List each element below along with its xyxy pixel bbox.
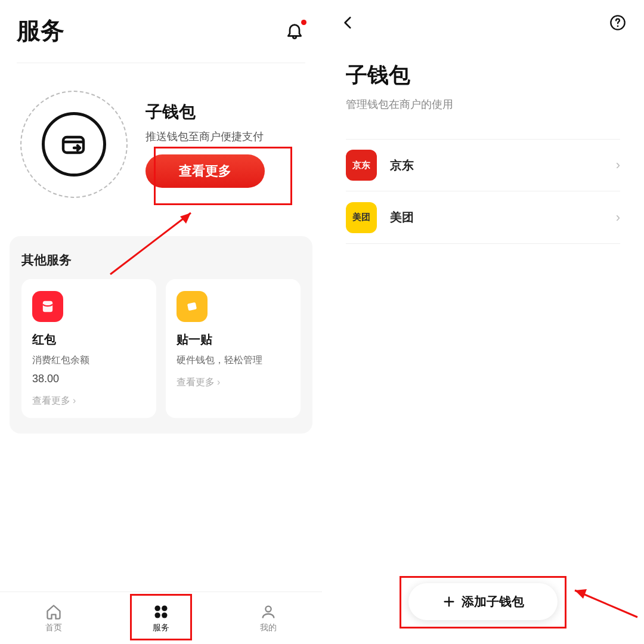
help-button[interactable] bbox=[608, 13, 627, 32]
svg-point-8 bbox=[162, 612, 167, 618]
tab-profile[interactable]: 我的 bbox=[215, 592, 322, 644]
view-more-button[interactable]: 查看更多 bbox=[145, 154, 265, 188]
svg-point-6 bbox=[162, 605, 167, 611]
help-circle-icon bbox=[609, 14, 626, 31]
wallet-arrow-icon bbox=[60, 130, 88, 159]
other-services-title: 其他服务 bbox=[21, 252, 301, 268]
merchant-list: 京东 京东 › 美团 美团 › bbox=[322, 139, 644, 244]
home-icon bbox=[45, 603, 62, 620]
service-card-hongbao[interactable]: 红包 消费红包余额 38.00 查看更多 bbox=[21, 279, 156, 418]
service-card-tieyitie[interactable]: 贴一贴 硬件钱包，轻松管理 查看更多 bbox=[166, 279, 301, 418]
svg-rect-0 bbox=[63, 137, 83, 153]
chevron-right-icon: › bbox=[616, 210, 620, 225]
subwallet-info: 子钱包 推送钱包至商户便捷支付 查看更多 bbox=[145, 101, 305, 188]
tab-label: 服务 bbox=[153, 623, 169, 633]
subwallet-section: 子钱包 推送钱包至商户便捷支付 查看更多 bbox=[0, 63, 322, 212]
grid-icon bbox=[153, 603, 169, 620]
meituan-logo-icon: 美团 bbox=[346, 202, 377, 233]
person-icon bbox=[260, 603, 277, 620]
tab-bar: 首页 服务 我的 bbox=[0, 592, 322, 644]
nfc-card-icon bbox=[177, 291, 208, 322]
merchant-row-meituan[interactable]: 美团 美团 › bbox=[346, 191, 620, 244]
tab-label: 首页 bbox=[45, 623, 62, 633]
svg-point-7 bbox=[155, 612, 160, 618]
svg-marker-2 bbox=[180, 213, 191, 224]
merchant-name: 美团 bbox=[390, 209, 603, 225]
svg-point-11 bbox=[617, 25, 619, 27]
wallet-circle-icon bbox=[42, 112, 106, 177]
screen-subwallet: 子钱包 管理钱包在商户的使用 京东 京东 › 美团 美团 › 添加子钱包 bbox=[322, 0, 644, 644]
service-name: 贴一贴 bbox=[177, 332, 290, 348]
svg-rect-4 bbox=[187, 302, 197, 311]
svg-marker-13 bbox=[575, 589, 587, 599]
subwallet-subtitle: 推送钱包至商户便捷支付 bbox=[145, 129, 305, 144]
svg-point-5 bbox=[155, 605, 160, 611]
service-amount: 38.00 bbox=[32, 373, 145, 385]
tab-label: 我的 bbox=[260, 623, 277, 633]
red-packet-icon bbox=[32, 291, 63, 322]
notification-dot-icon bbox=[301, 20, 306, 25]
service-sub: 硬件钱包，轻松管理 bbox=[177, 354, 290, 367]
title-block: 子钱包 管理钱包在商户的使用 bbox=[322, 37, 644, 112]
subwallet-title: 子钱包 bbox=[145, 101, 305, 123]
page-title: 服务 bbox=[17, 14, 64, 47]
merchant-name: 京东 bbox=[390, 157, 603, 174]
chevron-left-icon bbox=[340, 15, 356, 30]
tab-services[interactable]: 服务 bbox=[107, 592, 215, 644]
header bbox=[322, 0, 644, 37]
other-services-grid: 红包 消费红包余额 38.00 查看更多 贴一贴 硬件钱包，轻松管理 查看更多 bbox=[21, 279, 301, 418]
service-sub: 消费红包余额 bbox=[32, 354, 145, 367]
chevron-right-icon: › bbox=[616, 157, 620, 173]
svg-point-9 bbox=[265, 606, 271, 611]
add-subwallet-label: 添加子钱包 bbox=[462, 593, 524, 610]
other-services-card: 其他服务 红包 消费红包余额 38.00 查看更多 贴一贴 硬件钱包，轻松管理 … bbox=[10, 236, 312, 434]
notifications-button[interactable] bbox=[285, 21, 305, 41]
service-name: 红包 bbox=[32, 332, 145, 348]
service-more-link[interactable]: 查看更多 bbox=[32, 395, 145, 407]
subwallet-graphic bbox=[20, 91, 128, 198]
svg-line-12 bbox=[575, 590, 637, 617]
header: 服务 bbox=[0, 0, 322, 54]
back-button[interactable] bbox=[339, 13, 358, 32]
screen-services: 服务 子钱包 推送钱包至商户便捷支付 查看更多 bbox=[0, 0, 322, 644]
page-title: 子钱包 bbox=[346, 61, 620, 90]
annotation-arrow-icon bbox=[569, 572, 640, 620]
merchant-row-jd[interactable]: 京东 京东 › bbox=[346, 139, 620, 191]
service-more-link[interactable]: 查看更多 bbox=[177, 376, 290, 389]
tab-home[interactable]: 首页 bbox=[0, 592, 107, 644]
jd-logo-icon: 京东 bbox=[346, 150, 377, 181]
page-subtitle: 管理钱包在商户的使用 bbox=[346, 97, 620, 112]
plus-icon bbox=[442, 595, 456, 608]
add-subwallet-button[interactable]: 添加子钱包 bbox=[408, 583, 558, 620]
